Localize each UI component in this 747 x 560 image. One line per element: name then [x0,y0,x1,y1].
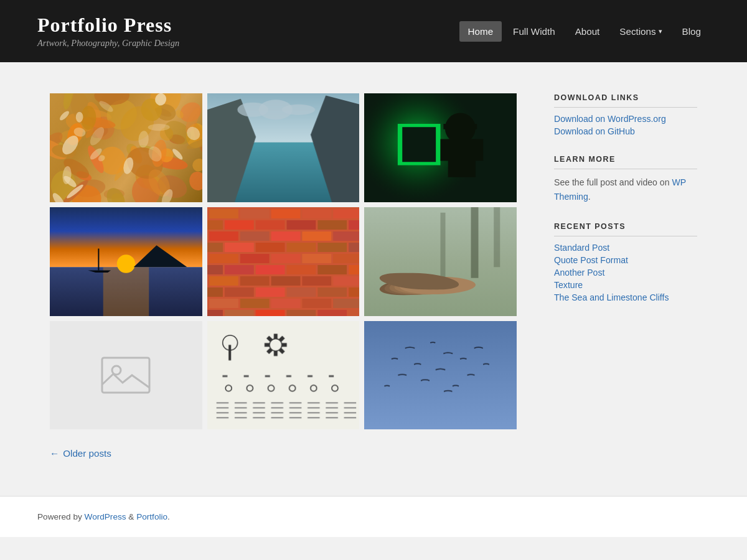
nav-blog[interactable]: Blog [674,21,710,42]
image-birds-sky [364,321,517,430]
nav-home[interactable]: Home [459,21,502,42]
nav-fullwidth[interactable]: Full Width [504,21,564,42]
grid-item-1[interactable] [50,93,202,202]
nav-about[interactable]: About [566,21,609,42]
site-footer: Powered by WordPress & Portfolio. [0,496,747,537]
grid-item-5[interactable] [207,207,360,316]
grid-item-9[interactable] [364,321,517,430]
nav-sections[interactable]: Sections ▾ [611,21,670,42]
image-neon-hat [364,93,517,202]
footer-wordpress-link[interactable]: WordPress [85,512,126,521]
site-tagline: Artwork, Photography, Graphic Design [37,38,179,49]
sidebar-link-wordpress-org[interactable]: Download on WordPress.org [554,114,697,124]
image-brick-wall [207,207,360,316]
grid-item-6[interactable] [364,207,517,316]
sidebar: DOWNLOAD LINKS Download on WordPress.org… [554,93,697,459]
grid-item-3[interactable] [364,93,517,202]
image-rusty-texture [50,93,202,202]
sidebar-recent-posts: RECENT POSTS Standard Post Quote Post Fo… [554,222,697,302]
sidebar-download-links: DOWNLOAD LINKS Download on WordPress.org… [554,93,697,136]
image-sea-cliffs [207,93,360,202]
left-arrow-icon: ← [50,448,59,459]
content-wrap: ← Older posts DOWNLOAD LINKS Download on… [31,62,716,496]
sidebar-link-github[interactable]: Download on GitHub [554,126,697,136]
site-branding: Portfolio Press Artwork, Photography, Gr… [37,14,179,49]
older-posts-link[interactable]: ← Older posts [50,448,517,459]
placeholder-image-icon [101,357,151,394]
sidebar-recent-texture[interactable]: Texture [554,280,697,290]
grid-item-7[interactable] [50,321,202,430]
chevron-down-icon: ▾ [659,27,662,35]
site-title: Portfolio Press [37,14,179,37]
svg-rect-0 [102,358,149,393]
grid-item-4[interactable] [50,207,202,316]
image-sunset-boat [50,207,202,316]
sidebar-heading-recent: RECENT POSTS [554,222,697,236]
image-foggy-logs [364,207,517,316]
site-header: Portfolio Press Artwork, Photography, Gr… [0,0,747,62]
sidebar-recent-standard[interactable]: Standard Post [554,243,697,253]
sidebar-learn-text: See the full post and video on WP Themin… [554,175,697,203]
portfolio-grid [50,93,517,429]
grid-item-2[interactable] [207,93,360,202]
footer-portfolio-link[interactable]: Portfolio [136,512,167,521]
main-content: ← Older posts [50,93,517,459]
main-nav: Home Full Width About Sections ▾ Blog [459,21,710,42]
sidebar-recent-quote[interactable]: Quote Post Format [554,255,697,265]
sidebar-recent-another[interactable]: Another Post [554,268,697,278]
sidebar-heading-download: DOWNLOAD LINKS [554,93,697,108]
image-tools-diagram [207,321,360,430]
sidebar-recent-sea[interactable]: The Sea and Limestone Cliffs [554,292,697,302]
footer-text: Powered by WordPress & Portfolio. [37,512,710,521]
sidebar-learn-more: LEARN MORE See the full post and video o… [554,155,697,203]
sidebar-heading-learn: LEARN MORE [554,155,697,169]
older-posts-label: Older posts [63,448,111,459]
grid-item-8[interactable] [207,321,360,430]
